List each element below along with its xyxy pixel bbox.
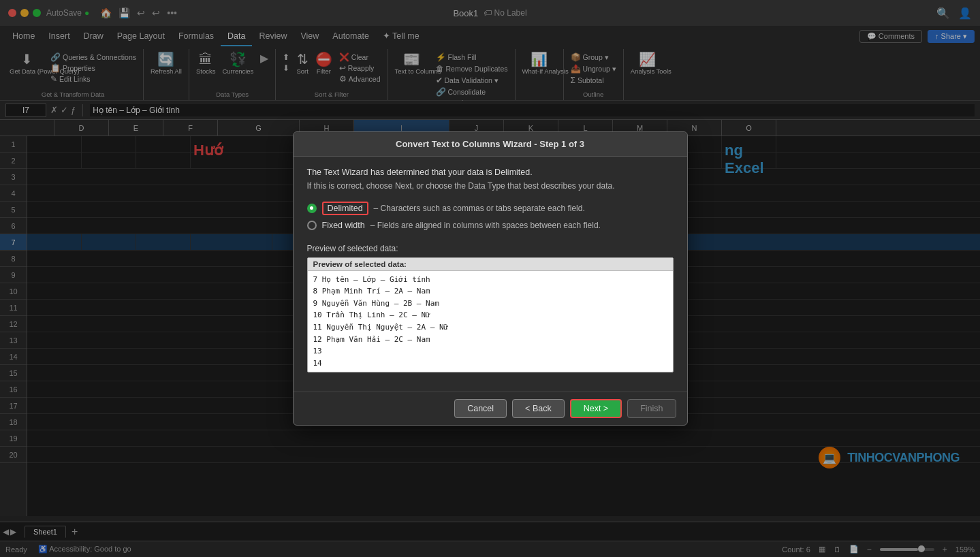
delimited-desc: – Characters such as commas or tabs sepa… bbox=[374, 204, 585, 213]
fixed-width-radio[interactable] bbox=[307, 221, 317, 230]
dialog-body: The Text Wizard has determined that your… bbox=[294, 157, 687, 392]
preview-header: Preview of selected data: bbox=[308, 258, 673, 271]
fixed-width-desc: – Fields are aligned in columns with spa… bbox=[370, 221, 601, 230]
delimited-label: Delimited bbox=[328, 204, 363, 213]
next-button[interactable]: Next > bbox=[570, 399, 622, 418]
delimited-label-highlight: Delimited bbox=[322, 202, 368, 215]
preview-row-10: 10 Trần Thị Linh – 2C – Nữ bbox=[313, 309, 667, 321]
dialog-options: Delimited – Characters such as commas or… bbox=[307, 202, 674, 230]
finish-button[interactable]: Finish bbox=[627, 399, 676, 418]
fixed-width-label: Fixed width bbox=[322, 221, 365, 230]
preview-data: 7 Họ tên – Lớp – Giới tính 8 Phạm Minh T… bbox=[308, 271, 673, 372]
dialog-overlay: Convert Text to Columns Wizard - Step 1 … bbox=[0, 0, 980, 557]
preview-label: Preview of selected data: bbox=[307, 244, 674, 253]
preview-row-8: 8 Phạm Minh Trí – 2A – Nam bbox=[313, 285, 667, 298]
fixed-width-option: Fixed width – Fields are aligned in colu… bbox=[307, 221, 674, 230]
preview-row-9: 9 Nguyễn Văn Hùng – 2B – Nam bbox=[313, 298, 667, 310]
dialog-footer: Cancel < Back Next > Finish bbox=[294, 392, 687, 425]
delimited-option: Delimited – Characters such as commas or… bbox=[307, 202, 674, 215]
preview-row-13: 13 bbox=[313, 345, 667, 357]
preview-row-12: 12 Phạm Văn Hải – 2C – Nam bbox=[313, 334, 667, 346]
preview-box: Preview of selected data: 7 Họ tên – Lớp… bbox=[307, 257, 674, 373]
preview-row-7: 7 Họ tên – Lớp – Giới tính bbox=[313, 274, 667, 286]
convert-text-columns-dialog: Convert Text to Columns Wizard - Step 1 … bbox=[293, 131, 688, 426]
preview-section: Preview of selected data: Preview of sel… bbox=[307, 244, 674, 373]
cancel-button[interactable]: Cancel bbox=[454, 399, 507, 418]
back-button[interactable]: < Back bbox=[512, 399, 565, 418]
preview-row-11: 11 Nguyễn Thị Nguyệt – 2A – Nữ bbox=[313, 321, 667, 334]
delimited-radio[interactable] bbox=[307, 204, 317, 213]
dialog-title: Convert Text to Columns Wizard - Step 1 … bbox=[294, 132, 687, 157]
dialog-sub-text: If this is correct, choose Next, or choo… bbox=[307, 181, 674, 191]
dialog-intro-text: The Text Wizard has determined that your… bbox=[307, 168, 674, 177]
preview-row-14: 14 bbox=[313, 357, 667, 370]
